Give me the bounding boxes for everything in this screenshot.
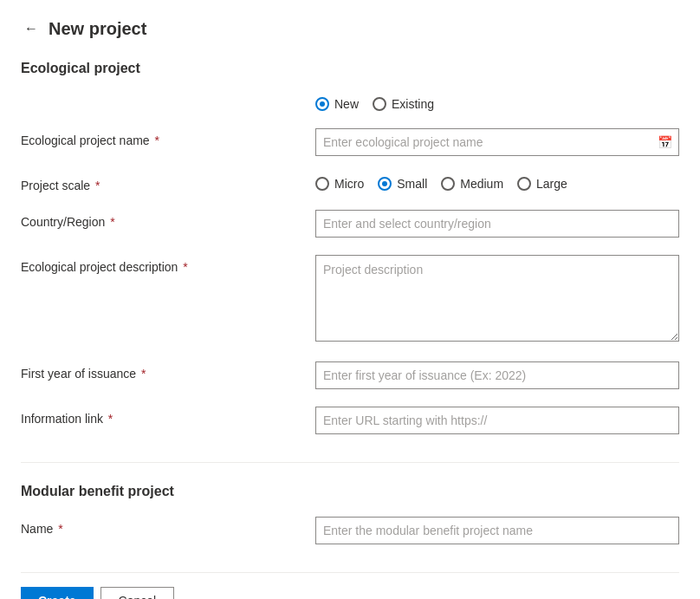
modular-section-title: Modular benefit project bbox=[21, 484, 679, 499]
eco-name-control: 📅 bbox=[315, 128, 679, 156]
mbp-name-label: Name * bbox=[21, 517, 315, 536]
first-year-input[interactable] bbox=[315, 361, 679, 389]
radio-medium-label[interactable]: Medium bbox=[441, 177, 503, 191]
first-year-row: First year of issuance * bbox=[21, 361, 679, 389]
section-divider bbox=[21, 462, 679, 463]
eco-description-label: Ecological project description * bbox=[21, 255, 315, 274]
scale-radio-group: Micro Small Medium Large bbox=[315, 173, 679, 191]
new-existing-control: New Existing bbox=[315, 94, 679, 111]
eco-name-input[interactable] bbox=[315, 128, 679, 156]
project-scale-control: Micro Small Medium Large bbox=[315, 173, 679, 191]
radio-existing-text: Existing bbox=[392, 97, 434, 111]
ecological-section: Ecological project New Existing bbox=[21, 61, 679, 434]
mbp-name-control bbox=[315, 517, 679, 544]
country-region-input[interactable] bbox=[315, 210, 679, 238]
info-link-input[interactable] bbox=[315, 407, 679, 434]
radio-large-label[interactable]: Large bbox=[517, 177, 567, 191]
radio-medium-text: Medium bbox=[460, 177, 503, 191]
info-link-row: Information link * bbox=[21, 407, 679, 434]
radio-large[interactable] bbox=[517, 177, 531, 191]
eco-name-row: Ecological project name * 📅 bbox=[21, 128, 679, 156]
eco-description-textarea[interactable] bbox=[315, 255, 679, 342]
back-button[interactable]: ← bbox=[21, 17, 42, 40]
radio-new-text: New bbox=[334, 97, 359, 111]
modular-section: Modular benefit project Name * bbox=[21, 484, 679, 544]
radio-small[interactable] bbox=[378, 177, 392, 191]
mbp-name-row: Name * bbox=[21, 517, 679, 544]
first-year-control bbox=[315, 361, 679, 389]
ecological-section-title: Ecological project bbox=[21, 61, 679, 76]
info-link-control bbox=[315, 407, 679, 434]
new-existing-row: New Existing bbox=[21, 94, 679, 111]
cancel-button[interactable]: Cancel bbox=[100, 587, 175, 599]
country-region-control bbox=[315, 210, 679, 238]
footer-actions: Create Cancel bbox=[21, 572, 679, 599]
info-link-label: Information link * bbox=[21, 407, 315, 426]
country-region-label: Country/Region * bbox=[21, 210, 315, 229]
page-header: ← New project bbox=[21, 17, 679, 40]
project-scale-label: Project scale * bbox=[21, 173, 315, 192]
radio-small-text: Small bbox=[397, 177, 427, 191]
radio-medium[interactable] bbox=[441, 177, 455, 191]
page-title: New project bbox=[49, 19, 146, 39]
radio-existing[interactable] bbox=[373, 97, 386, 111]
country-region-row: Country/Region * bbox=[21, 210, 679, 238]
eco-name-label: Ecological project name * bbox=[21, 128, 315, 147]
radio-existing-label[interactable]: Existing bbox=[373, 97, 434, 111]
mbp-name-input[interactable] bbox=[315, 517, 679, 544]
eco-description-row: Ecological project description * bbox=[21, 255, 679, 344]
page-container: ← New project Ecological project New Exi… bbox=[0, 0, 700, 599]
create-button[interactable]: Create bbox=[21, 587, 94, 599]
first-year-label: First year of issuance * bbox=[21, 361, 315, 381]
radio-micro-text: Micro bbox=[334, 177, 364, 191]
back-icon: ← bbox=[24, 21, 38, 36]
new-existing-label-spacer bbox=[21, 94, 315, 99]
eco-description-control bbox=[315, 255, 679, 344]
radio-new-label[interactable]: New bbox=[315, 97, 359, 111]
radio-small-label[interactable]: Small bbox=[378, 177, 427, 191]
radio-micro-label[interactable]: Micro bbox=[315, 177, 364, 191]
project-scale-row: Project scale * Micro Small Medium bbox=[21, 173, 679, 192]
new-existing-radio-group: New Existing bbox=[315, 94, 679, 111]
radio-new[interactable] bbox=[315, 97, 329, 111]
radio-large-text: Large bbox=[536, 177, 567, 191]
radio-micro[interactable] bbox=[315, 177, 329, 191]
